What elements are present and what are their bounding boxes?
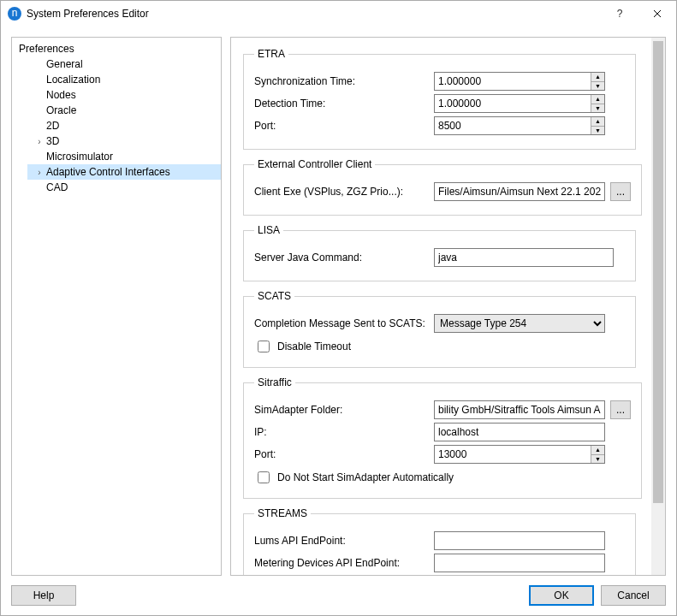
spin-down-icon[interactable]: ▼ bbox=[591, 104, 604, 113]
tree-item-3d[interactable]: ›3D bbox=[27, 133, 221, 149]
sitraffic-port-spinner[interactable]: ▲▼ bbox=[434, 445, 605, 464]
streams-lums-ep-input[interactable] bbox=[434, 531, 605, 550]
etra-detect-label: Detection Time: bbox=[254, 98, 434, 110]
help-button[interactable]: Help bbox=[11, 585, 76, 606]
spin-up-icon[interactable]: ▲ bbox=[591, 95, 604, 104]
group-scats-title: SCATS bbox=[254, 290, 294, 302]
tree-item-label: CAD bbox=[45, 181, 68, 193]
tree-item-localization[interactable]: Localization bbox=[27, 72, 221, 87]
tree-item-label: 2D bbox=[45, 120, 59, 132]
window-title: System Preferences Editor bbox=[27, 8, 601, 20]
etra-port-spinner[interactable]: ▲▼ bbox=[434, 116, 605, 135]
tree-item-adaptive-control-interfaces[interactable]: ›Adaptive Control Interfaces bbox=[27, 164, 221, 180]
etra-detect-input[interactable] bbox=[435, 95, 591, 112]
group-lisa: LISA Server Java Command: bbox=[243, 224, 636, 281]
etra-sync-label: Synchronization Time: bbox=[254, 75, 434, 87]
sitraffic-port-input[interactable] bbox=[435, 446, 591, 463]
footer: Help OK Cancel bbox=[1, 576, 676, 615]
tree-root[interactable]: Preferences bbox=[12, 41, 221, 56]
spin-up-icon[interactable]: ▲ bbox=[591, 117, 604, 127]
group-sitraffic: Sitraffic SimAdapter Folder: ... IP: bbox=[243, 376, 642, 499]
scats-disable-timeout-label: Disable Timeout bbox=[277, 341, 351, 352]
group-ext-title: External Controller Client bbox=[254, 158, 375, 170]
spin-down-icon[interactable]: ▼ bbox=[591, 455, 604, 464]
cancel-button[interactable]: Cancel bbox=[601, 585, 666, 606]
spin-up-icon[interactable]: ▲ bbox=[591, 73, 604, 82]
streams-meter-dev-label: Metering Devices API EndPoint: bbox=[254, 557, 434, 569]
spin-down-icon[interactable]: ▼ bbox=[591, 82, 604, 91]
tree-item-label: 3D bbox=[45, 135, 59, 147]
etra-port-input[interactable] bbox=[435, 117, 591, 134]
etra-sync-spinner[interactable]: ▲▼ bbox=[434, 72, 605, 91]
tree-item-nodes[interactable]: Nodes bbox=[27, 87, 221, 103]
sitraffic-ip-input[interactable] bbox=[434, 423, 605, 441]
sitraffic-folder-input[interactable] bbox=[434, 400, 605, 419]
chevron-right-icon[interactable]: › bbox=[34, 137, 45, 146]
lisa-cmd-input[interactable] bbox=[434, 248, 614, 267]
streams-meter-dev-input[interactable] bbox=[434, 554, 605, 572]
group-etra: ETRA Synchronization Time: ▲▼ Detection … bbox=[243, 48, 636, 150]
tree-item-label: Microsimulator bbox=[45, 151, 113, 163]
group-streams-title: STREAMS bbox=[254, 507, 311, 519]
sitraffic-nostart-label: Do Not Start SimAdapter Automatically bbox=[277, 471, 454, 483]
scats-disable-timeout-checkbox[interactable] bbox=[258, 341, 270, 352]
ext-browse-button[interactable]: ... bbox=[610, 182, 631, 201]
tree-item-cad[interactable]: CAD bbox=[27, 180, 221, 195]
preferences-tree[interactable]: Preferences GeneralLocalizationNodesOrac… bbox=[11, 37, 222, 576]
main-scrollbar[interactable] bbox=[651, 38, 665, 575]
tree-item-label: Oracle bbox=[45, 104, 76, 116]
body: Preferences GeneralLocalizationNodesOrac… bbox=[1, 27, 676, 576]
etra-sync-input[interactable] bbox=[435, 73, 591, 90]
titlebar: n System Preferences Editor ? bbox=[1, 1, 676, 27]
group-etra-title: ETRA bbox=[254, 48, 288, 60]
streams-lums-ep-label: Lums API EndPoint: bbox=[254, 535, 434, 547]
app-icon: n bbox=[8, 7, 21, 21]
chevron-right-icon[interactable]: › bbox=[34, 168, 45, 177]
tree-item-oracle[interactable]: Oracle bbox=[27, 103, 221, 118]
etra-port-label: Port: bbox=[254, 120, 434, 132]
group-scats: SCATS Completion Message Sent to SCATS: … bbox=[243, 290, 636, 368]
spin-up-icon[interactable]: ▲ bbox=[591, 446, 604, 455]
ok-button[interactable]: OK bbox=[529, 585, 594, 606]
sitraffic-port-label: Port: bbox=[254, 448, 434, 460]
group-lisa-title: LISA bbox=[254, 224, 283, 236]
svg-text:n: n bbox=[12, 9, 18, 18]
ext-exe-input[interactable] bbox=[434, 182, 605, 201]
tree-item-label: General bbox=[45, 58, 83, 70]
tree-item-microsimulator[interactable]: Microsimulator bbox=[27, 149, 221, 164]
sitraffic-browse-button[interactable]: ... bbox=[610, 400, 631, 419]
close-icon[interactable] bbox=[638, 1, 676, 27]
scrollbar-thumb[interactable] bbox=[653, 41, 663, 503]
tree-item-general[interactable]: General bbox=[27, 56, 221, 72]
group-streams: STREAMS Lums API EndPoint: Metering Devi… bbox=[243, 507, 636, 575]
tree-item-label: Localization bbox=[45, 74, 100, 86]
tree-item-2d[interactable]: 2D bbox=[27, 118, 221, 133]
sitraffic-nostart-checkbox[interactable] bbox=[258, 471, 270, 483]
group-external-controller: External Controller Client Client Exe (V… bbox=[243, 158, 642, 216]
sitraffic-folder-label: SimAdapter Folder: bbox=[254, 404, 434, 416]
lisa-cmd-label: Server Java Command: bbox=[254, 252, 434, 264]
ext-exe-label: Client Exe (VSPlus, ZGZ Prio...): bbox=[254, 186, 434, 198]
tree-item-label: Adaptive Control Interfaces bbox=[45, 166, 170, 178]
sitraffic-ip-label: IP: bbox=[254, 426, 434, 438]
etra-detect-spinner[interactable]: ▲▼ bbox=[434, 94, 605, 113]
help-icon[interactable]: ? bbox=[601, 1, 638, 27]
group-sitraffic-title: Sitraffic bbox=[254, 376, 295, 388]
tree-item-label: Nodes bbox=[45, 89, 76, 101]
scats-msg-combo[interactable]: Message Type 254 bbox=[434, 314, 605, 333]
main-content: ETRA Synchronization Time: ▲▼ Detection … bbox=[231, 38, 651, 575]
spin-down-icon[interactable]: ▼ bbox=[591, 127, 604, 135]
main-panel: ETRA Synchronization Time: ▲▼ Detection … bbox=[230, 37, 666, 576]
scats-msg-label: Completion Message Sent to SCATS: bbox=[254, 317, 434, 329]
window: n System Preferences Editor ? Preference… bbox=[0, 0, 677, 616]
